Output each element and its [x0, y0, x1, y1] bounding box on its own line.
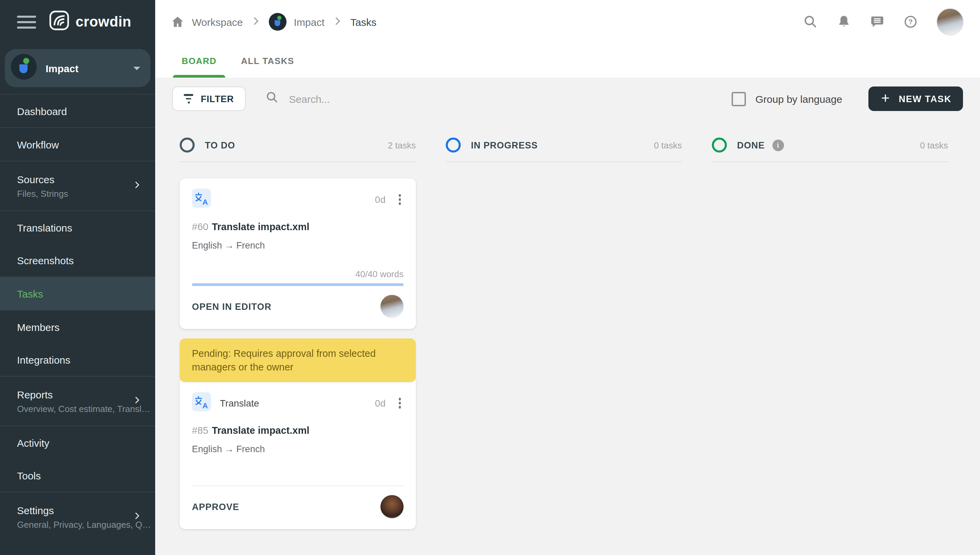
- status-circle-done-icon: [712, 138, 727, 152]
- card-menu-kebab-icon[interactable]: [396, 396, 404, 411]
- svg-text:A: A: [203, 401, 208, 410]
- svg-text:?: ?: [908, 18, 913, 26]
- task-word-count: 40/40 words: [192, 269, 404, 279]
- info-icon[interactable]: i: [772, 139, 784, 151]
- help-icon[interactable]: ?: [903, 14, 918, 29]
- open-in-editor-button[interactable]: OPEN IN EDITOR: [192, 302, 272, 311]
- tab-board[interactable]: BOARD: [173, 43, 225, 78]
- task-title: #60Translate impact.xml: [192, 221, 404, 232]
- group-by-language-label: Group by language: [755, 93, 842, 104]
- sidebar-header: crowdin: [0, 0, 155, 43]
- sidebar-item-integrations[interactable]: Integrations: [0, 343, 155, 376]
- task-card-85[interactable]: A Translate 0d: [180, 377, 416, 529]
- kanban-board: TO DO 2 tasks: [155, 120, 980, 555]
- crowdin-app: crowdin Impact Dashboard: [0, 0, 980, 555]
- search-input[interactable]: [288, 92, 508, 105]
- project-avatar: [11, 54, 37, 82]
- sidebar-item-workflow[interactable]: Workflow: [0, 128, 155, 161]
- translate-task-icon: A: [192, 189, 211, 210]
- filter-button[interactable]: FILTER: [172, 87, 245, 111]
- sidebar-item-dashboard[interactable]: Dashboard: [0, 95, 155, 127]
- task-duration: 0d: [375, 194, 385, 205]
- messages-chat-icon[interactable]: [870, 14, 885, 29]
- column-header-in-progress: IN PROGRESS 0 tasks: [446, 138, 682, 162]
- breadcrumb-current-tasks: Tasks: [350, 16, 377, 27]
- new-task-button[interactable]: NEW TASK: [868, 87, 963, 111]
- group-by-language-checkbox[interactable]: [732, 91, 746, 106]
- sidebar-item-settings[interactable]: Settings General, Privacy, Languages, Q…: [0, 492, 155, 541]
- top-bar: Workspace Impact Tasks: [155, 0, 980, 43]
- card-divider: [192, 486, 404, 486]
- task-language-pair: English → French: [192, 444, 404, 454]
- column-header-to-do: TO DO 2 tasks: [180, 138, 416, 162]
- task-title: #85Translate impact.xml: [192, 425, 404, 436]
- main-area: Workspace Impact Tasks: [155, 0, 980, 555]
- approve-button[interactable]: APPROVE: [192, 502, 239, 512]
- breadcrumb-workspace[interactable]: Workspace: [192, 16, 243, 27]
- breadcrumb-separator-icon: [251, 15, 261, 28]
- breadcrumb-separator-icon: [332, 15, 343, 28]
- search-icon[interactable]: [803, 14, 818, 29]
- chevron-right-icon: [133, 395, 142, 407]
- pending-approval-banner: Pending: Requires approval from selected…: [180, 338, 416, 382]
- task-progress-bar: [192, 283, 404, 286]
- sidebar-item-tools[interactable]: Tools: [0, 459, 155, 492]
- column-in-progress: IN PROGRESS 0 tasks: [446, 138, 682, 162]
- menu-icon[interactable]: [17, 15, 36, 28]
- home-icon[interactable]: [171, 15, 184, 29]
- task-type-label: Translate: [220, 398, 259, 409]
- svg-text:A: A: [203, 198, 208, 206]
- assignee-avatar: [380, 295, 404, 318]
- user-avatar[interactable]: [937, 8, 964, 35]
- status-circle-todo-icon: [180, 138, 195, 152]
- crowdin-logo-icon: [49, 10, 69, 34]
- task-id: #60: [192, 221, 208, 232]
- chevron-right-icon: [133, 511, 142, 523]
- task-count: 0 tasks: [654, 140, 682, 150]
- translate-task-icon: A: [192, 392, 211, 414]
- project-name: Impact: [46, 62, 78, 74]
- sidebar-item-translations[interactable]: Translations: [0, 211, 155, 244]
- project-avatar: [269, 13, 286, 30]
- chevron-right-icon: [133, 180, 142, 192]
- breadcrumb: Workspace Impact Tasks: [171, 13, 376, 30]
- sidebar: crowdin Impact Dashboard: [0, 0, 155, 555]
- chevron-down-icon: [133, 66, 140, 70]
- column-done: DONE i 0 tasks: [712, 138, 948, 162]
- task-card-60[interactable]: A 0d #60Translate impact.xml: [180, 178, 416, 329]
- card-list: A 0d #60Translate impact.xml: [180, 178, 416, 529]
- column-to-do: TO DO 2 tasks: [180, 138, 416, 529]
- sidebar-item-reports[interactable]: Reports Overview, Cost estimate, Transl…: [0, 377, 155, 426]
- filter-icon: [184, 94, 193, 103]
- column-header-done: DONE i 0 tasks: [712, 138, 948, 162]
- task-id: #85: [192, 425, 208, 436]
- task-count: 2 tasks: [388, 140, 416, 150]
- card-menu-kebab-icon[interactable]: [396, 192, 404, 207]
- sidebar-item-sources[interactable]: Sources Files, Strings: [0, 161, 155, 210]
- sidebar-item-tasks[interactable]: Tasks: [0, 277, 155, 310]
- notifications-bell-icon[interactable]: [836, 14, 851, 29]
- search-icon: [265, 91, 279, 107]
- content-area: FILTER Group by language: [155, 78, 980, 555]
- task-count: 0 tasks: [920, 140, 948, 150]
- tab-all-tasks[interactable]: ALL TASKS: [232, 43, 303, 78]
- project-selector[interactable]: Impact: [5, 49, 150, 87]
- sidebar-item-members[interactable]: Members: [0, 311, 155, 343]
- status-circle-in-progress-icon: [446, 138, 461, 152]
- task-duration: 0d: [375, 398, 385, 409]
- top-icons: ?: [803, 8, 964, 35]
- breadcrumb-project[interactable]: Impact: [294, 16, 325, 27]
- sidebar-nav: Dashboard Workflow Sources Files, String…: [0, 94, 155, 555]
- brand-wordmark: crowdin: [75, 14, 131, 30]
- task-search: [265, 91, 508, 107]
- assignee-avatar: [380, 495, 404, 518]
- group-by-language-toggle: Group by language: [732, 91, 842, 106]
- sidebar-item-activity[interactable]: Activity: [0, 426, 155, 459]
- task-language-pair: English → French: [192, 241, 404, 250]
- plus-icon: [879, 92, 890, 105]
- crowdin-logo[interactable]: crowdin: [49, 10, 131, 34]
- task-progress-fill: [192, 283, 404, 286]
- tab-bar: BOARD ALL TASKS: [155, 43, 980, 78]
- toolbar: FILTER Group by language: [155, 78, 980, 120]
- sidebar-item-screenshots[interactable]: Screenshots: [0, 244, 155, 276]
